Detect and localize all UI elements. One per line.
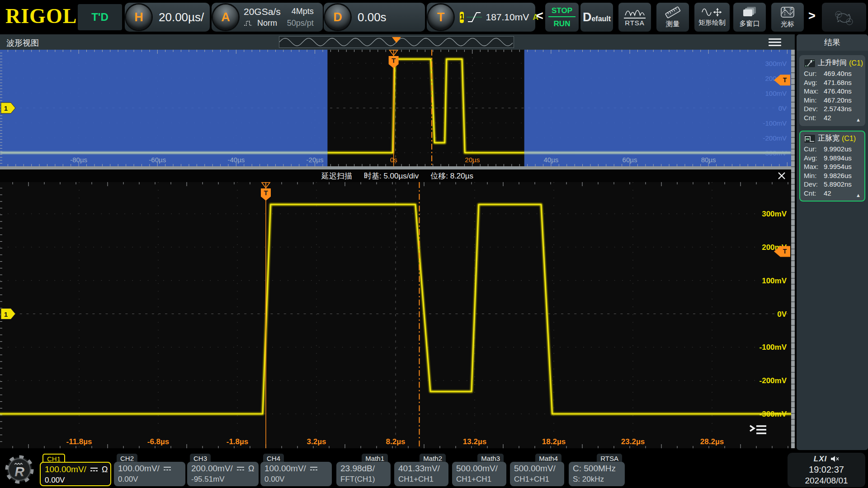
d-knob[interactable]: D — [325, 5, 350, 30]
rtsa-tab: RTSA — [597, 454, 622, 463]
measurement-card-rise-time[interactable]: 上升时间(C1)Cur:469.40nsAvg:471.68nsMax:476.… — [799, 55, 865, 126]
measurement-card-pulse-width[interactable]: 正脉宽(C1)Cur:9.9902usAvg:9.9894usMax:9.995… — [799, 131, 865, 202]
horizontal-scrollbar[interactable] — [0, 166, 795, 169]
svg-text:8.2µs: 8.2µs — [386, 437, 406, 446]
oscilloscope-screen: RIGOL T'D H 20.00µs/ A 20GSa/s Norm 4Mpt… — [0, 0, 868, 488]
channel-block-ch1[interactable]: CH1 100.00mV/ Ω 0.00V — [40, 454, 111, 486]
rtsa-label: RTSA — [624, 18, 646, 27]
unzoomed-region-right — [524, 50, 791, 166]
acquire-mode: Norm — [257, 19, 277, 28]
svg-text:18.2µs: 18.2µs — [542, 437, 566, 446]
svg-text:40µs: 40µs — [543, 156, 558, 164]
measurement-row: Max:9.9954us — [804, 162, 861, 171]
collapse-icon[interactable]: ▲ — [856, 117, 861, 122]
svg-text:0V: 0V — [777, 310, 787, 319]
multi-window-button[interactable]: 多窗口 — [733, 3, 766, 32]
clock: 19:02:37 — [809, 465, 844, 475]
toolbar-prev-arrow[interactable]: < — [536, 9, 543, 23]
math3-block[interactable]: Math3 500.00mV/ CH1+CH1 — [452, 454, 506, 486]
unzoomed-region-left — [0, 50, 327, 166]
svg-text:B: B — [791, 7, 793, 10]
delayed-offset: 位移: 8.20µs — [430, 171, 473, 181]
waveform-navigator[interactable] — [279, 36, 514, 48]
status-block[interactable]: LXI 19:02:37 2024/08/01 — [788, 453, 865, 487]
cursor-label: 光标 — [781, 20, 794, 28]
ch3-offset: -95.51mV — [191, 475, 255, 484]
waveform-view-header: 波形视图 — [0, 34, 795, 50]
menu-icon[interactable] — [769, 38, 781, 48]
svg-text:R: R — [14, 464, 24, 479]
measurement-row: Cnt:42 — [804, 189, 861, 198]
math4-tab: Math4 — [535, 454, 561, 463]
collapse-icon[interactable]: ▲ — [856, 192, 861, 198]
rigol-gear-logo[interactable]: R — [4, 454, 35, 485]
impedance-label: Ω — [248, 464, 254, 474]
svg-text:T: T — [392, 56, 396, 64]
horizontal-timebase-control[interactable]: H 20.00µs/ — [125, 3, 210, 32]
dc-coupling-icon — [236, 466, 245, 471]
svg-text:20µs: 20µs — [465, 156, 480, 164]
channel-block-ch4[interactable]: CH4 100.00mV/ 0.00V — [260, 454, 332, 486]
stop-label: STOP — [548, 6, 576, 17]
svg-text:300mV: 300mV — [762, 210, 787, 218]
cursor-icon: AB — [780, 6, 795, 19]
t-knob[interactable]: T — [428, 5, 453, 30]
delayed-sweep-bar: 延迟扫描 时基: 5.00µs/div 位移: 8.20µs — [0, 169, 795, 182]
svg-text:3.2µs: 3.2µs — [307, 437, 326, 446]
timebase-value: 20.00µs/ — [159, 10, 204, 24]
toolbar-next-arrow[interactable]: > — [808, 9, 816, 23]
math4-block[interactable]: Math4 500.00mV/ CH1+CH1 — [510, 454, 564, 486]
trigger-control[interactable]: T 1 187.10mV A — [427, 3, 535, 32]
delayed-waveform-plot[interactable]: 300mV200mV100mV0V-100mV-200mV-300mV-11.8… — [0, 182, 791, 448]
waveform-loop-button[interactable] — [822, 3, 866, 32]
channel-block-ch3[interactable]: CH3 200.00mV/ Ω -95.51mV — [187, 454, 259, 486]
draw-rect-label: 矩形绘制 — [698, 19, 726, 27]
rtsa-wave-icon — [624, 8, 645, 16]
waveform-view-title: 波形视图 — [6, 38, 39, 48]
measurement-row: Dev:2.5743ns — [804, 104, 861, 113]
navigator-trigger-marker[interactable] — [392, 37, 401, 43]
measurement-channel: (C1) — [842, 135, 856, 143]
math2-tab: Math2 — [420, 454, 446, 463]
bottom-bar: R CH1 100.00mV/ Ω 0.00V CH2 100.00mV/ 0.… — [0, 452, 868, 488]
math3-tab: Math3 — [477, 454, 504, 463]
ch2-offset: 0.00V — [118, 475, 181, 484]
trigger-level-value: 187.10mV — [486, 12, 529, 23]
vertical-scale-ruler[interactable] — [791, 50, 795, 448]
svg-text:23.2µs: 23.2µs — [621, 437, 645, 446]
measure-button[interactable]: 测量 — [656, 3, 689, 32]
cursor-button[interactable]: AB 光标 — [771, 3, 804, 32]
acquisition-control[interactable]: A 20GSa/s Norm 4Mpts 50ps/pt — [212, 3, 323, 32]
measurement-name: 正脉宽 — [818, 134, 840, 143]
stop-run-button[interactable]: STOP RUN — [545, 3, 579, 32]
results-title: 结果 — [797, 34, 868, 51]
rtsa-block[interactable]: RTSA C: 500MHz S: 20kHz — [569, 454, 625, 486]
measurement-row: Cur:469.40ns — [804, 69, 861, 78]
expand-menu-icon[interactable] — [749, 423, 768, 436]
svg-text:-60µs: -60µs — [149, 156, 166, 164]
math2-source: CH1+CH1 — [398, 475, 444, 484]
svg-text:-200mV: -200mV — [760, 376, 787, 385]
a-knob[interactable]: A — [213, 5, 238, 30]
ch2-tab: CH2 — [117, 454, 137, 463]
measurement-channel: (C1) — [849, 59, 863, 67]
close-icon[interactable] — [777, 171, 787, 181]
svg-text:-20µs: -20µs — [307, 156, 324, 164]
math1-block[interactable]: Math1 23.98dB/ FFT(CH1) — [336, 454, 391, 486]
math2-block[interactable]: Math2 401.33mV/ CH1+CH1 — [394, 454, 448, 486]
default-button[interactable]: Default — [580, 3, 613, 32]
measurement-row: Avg:9.9894us — [804, 154, 861, 163]
memory-depth: 4Mpts — [292, 7, 314, 16]
h-knob[interactable]: H — [126, 5, 151, 30]
sample-resolution: 50ps/pt — [287, 19, 314, 28]
multi-window-label: 多窗口 — [740, 19, 760, 28]
delayed-timebase: 时基: 5.00µs/div — [364, 171, 419, 181]
rtsa-button[interactable]: RTSA — [618, 3, 651, 32]
main-waveform-plot[interactable]: 300mV200mV100mV0V-100mV-200mV-300mV-80µs… — [0, 50, 791, 166]
draw-rect-button[interactable]: 矩形绘制 — [694, 3, 730, 32]
measurement-row: Cur:9.9902us — [804, 145, 861, 154]
delay-value: 0.00s — [358, 10, 387, 24]
date: 2024/08/01 — [805, 476, 848, 486]
horizontal-delay-control[interactable]: D 0.00s — [324, 3, 425, 32]
channel-block-ch2[interactable]: CH2 100.00mV/ 0.00V — [114, 454, 185, 486]
